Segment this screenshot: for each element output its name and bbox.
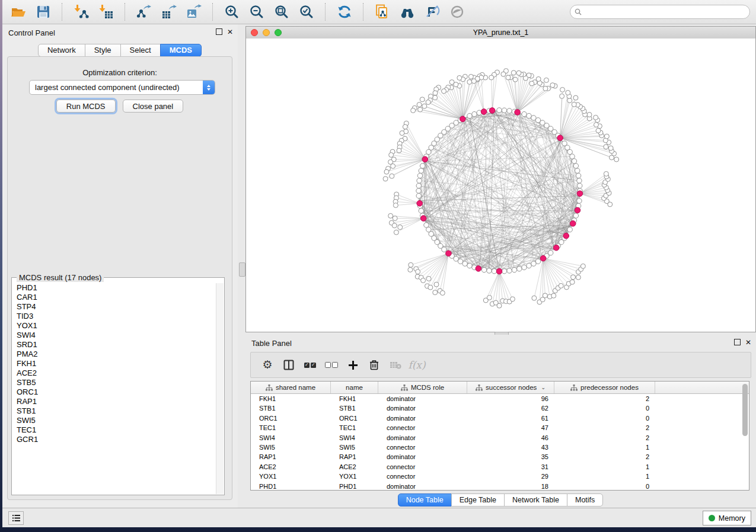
- graph-hub-node[interactable]: [553, 245, 559, 251]
- graph-hub-node[interactable]: [557, 135, 563, 141]
- graph-hub-node[interactable]: [570, 221, 576, 227]
- graph-node[interactable]: [604, 134, 609, 139]
- mcds-result-item[interactable]: ORC1: [12, 387, 216, 397]
- graph-node[interactable]: [398, 225, 403, 230]
- column-header-shared-name[interactable]: shared name: [251, 382, 331, 393]
- delete-column-button[interactable]: [363, 357, 385, 373]
- graph-node[interactable]: [392, 223, 397, 228]
- graph-node[interactable]: [513, 77, 518, 82]
- network-from-selection-icon[interactable]: [375, 4, 390, 20]
- table-options-button[interactable]: ⚙: [257, 357, 278, 373]
- graph-hub-node[interactable]: [446, 251, 452, 257]
- mcds-result-item[interactable]: FKH1: [12, 359, 216, 368]
- tab-network[interactable]: Network: [38, 44, 85, 57]
- graph-node[interactable]: [575, 168, 580, 173]
- zoom-out-icon[interactable]: [249, 4, 264, 20]
- graph-node[interactable]: [433, 290, 438, 295]
- graph-node[interactable]: [426, 276, 431, 281]
- graph-node[interactable]: [383, 177, 388, 181]
- graph-node[interactable]: [489, 75, 494, 80]
- graph-node[interactable]: [424, 223, 429, 227]
- apply-layout-icon[interactable]: [337, 4, 352, 20]
- minimize-window-icon[interactable]: [263, 29, 270, 36]
- graph-node[interactable]: [449, 80, 454, 85]
- graph-hub-node[interactable]: [540, 255, 546, 261]
- zoom-in-icon[interactable]: [224, 4, 240, 20]
- network-window-titlebar[interactable]: YPA_prune.txt_1: [246, 27, 755, 39]
- export-network-icon[interactable]: [136, 4, 152, 20]
- table-tab-node-table[interactable]: Node Table: [398, 493, 452, 507]
- criterion-dropdown[interactable]: largest connected component (undirected): [29, 80, 215, 95]
- graph-node[interactable]: [487, 295, 492, 300]
- search-input[interactable]: [585, 7, 745, 17]
- mcds-result-item[interactable]: TEC1: [12, 425, 216, 435]
- export-image-icon[interactable]: [186, 4, 202, 20]
- binoculars-icon[interactable]: [400, 4, 415, 20]
- graph-node[interactable]: [527, 263, 531, 268]
- create-column-button[interactable]: [342, 357, 363, 373]
- graph-node[interactable]: [604, 145, 608, 149]
- graph-node[interactable]: [416, 270, 420, 274]
- table-row[interactable]: SWI5SWI5connector431: [251, 443, 749, 452]
- graph-node[interactable]: [594, 115, 598, 120]
- graph-node[interactable]: [594, 123, 598, 127]
- graph-node[interactable]: [551, 293, 556, 298]
- graph-node[interactable]: [393, 203, 398, 208]
- graph-node[interactable]: [416, 183, 421, 188]
- zoom-fit-icon[interactable]: [274, 4, 289, 20]
- graph-hub-node[interactable]: [422, 156, 428, 162]
- graph-node[interactable]: [393, 216, 397, 220]
- graph-node[interactable]: [417, 178, 422, 183]
- mcds-result-item[interactable]: SRD1: [12, 340, 216, 350]
- graph-node[interactable]: [566, 90, 570, 95]
- graph-node[interactable]: [614, 157, 619, 162]
- graph-node[interactable]: [517, 267, 522, 271]
- graph-hub-node[interactable]: [563, 233, 569, 239]
- graph-node[interactable]: [472, 111, 477, 116]
- graph-node[interactable]: [502, 269, 506, 274]
- graph-node[interactable]: [391, 164, 395, 168]
- column-header-name[interactable]: name: [331, 382, 378, 393]
- graph-node[interactable]: [418, 107, 423, 112]
- vertical-splitter[interactable]: [238, 24, 245, 508]
- tab-style[interactable]: Style: [85, 44, 121, 57]
- graph-hub-node[interactable]: [417, 200, 423, 206]
- table-tab-motifs[interactable]: Motifs: [567, 493, 603, 507]
- graph-node[interactable]: [577, 178, 582, 183]
- graph-hub-node[interactable]: [496, 268, 502, 274]
- graph-node[interactable]: [559, 283, 563, 288]
- export-table-icon[interactable]: [161, 4, 177, 20]
- graph-node[interactable]: [573, 164, 578, 168]
- graph-node[interactable]: [544, 78, 548, 82]
- graph-hub-node[interactable]: [420, 216, 426, 222]
- graph-node[interactable]: [571, 275, 576, 280]
- mcds-result-item[interactable]: SWI4: [12, 331, 216, 340]
- graph-node[interactable]: [434, 282, 439, 287]
- mcds-result-item[interactable]: PHD1: [12, 283, 216, 293]
- mcds-result-item[interactable]: PMA2: [12, 350, 216, 359]
- graph-node[interactable]: [576, 173, 580, 178]
- table-row[interactable]: ACE2ACE2connector311: [251, 462, 749, 472]
- float-panel-icon[interactable]: [216, 28, 222, 35]
- table-tab-edge-table[interactable]: Edge Table: [451, 493, 505, 507]
- graph-node[interactable]: [422, 104, 427, 108]
- graph-node[interactable]: [390, 174, 394, 178]
- tab-mcds[interactable]: MCDS: [160, 44, 202, 57]
- vertical-splitter-handle[interactable]: [239, 262, 245, 277]
- table-row[interactable]: FKH1FKH1dominator962: [251, 394, 749, 403]
- graph-node[interactable]: [426, 227, 431, 232]
- float-table-panel-icon[interactable]: [734, 339, 741, 345]
- network-graph[interactable]: [246, 39, 755, 332]
- mcds-result-item[interactable]: YOX1: [12, 321, 216, 331]
- graph-node[interactable]: [502, 108, 506, 113]
- graph-node[interactable]: [608, 146, 613, 150]
- graph-node[interactable]: [510, 297, 515, 302]
- graph-hub-node[interactable]: [575, 207, 580, 213]
- network-canvas[interactable]: [246, 39, 755, 332]
- graph-node[interactable]: [457, 75, 462, 80]
- search-field[interactable]: [570, 5, 750, 19]
- graph-node[interactable]: [531, 116, 536, 120]
- graph-node[interactable]: [419, 168, 423, 173]
- graph-node[interactable]: [522, 265, 527, 270]
- column-header-predecessor-nodes[interactable]: predecessor nodes: [554, 382, 655, 393]
